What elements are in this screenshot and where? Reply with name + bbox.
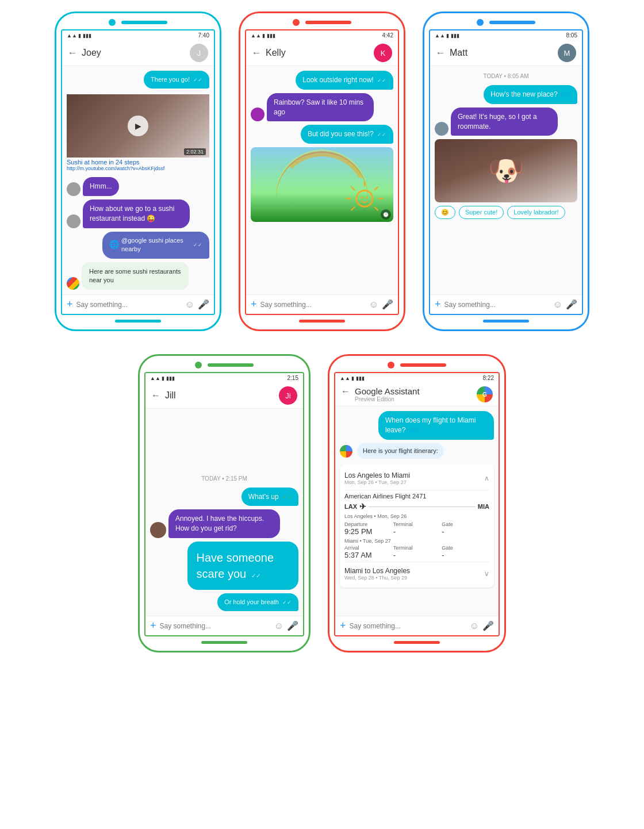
mic-icon-kelly[interactable]: 🎤	[382, 299, 393, 310]
message-input-ga[interactable]	[350, 622, 466, 630]
back-button-jill[interactable]: ←	[151, 390, 160, 401]
route2-title-ga: Miami to Los Angeles	[344, 567, 410, 575]
input-bar-ga[interactable]: + ☺ 🎤	[335, 616, 499, 635]
status-icons-kelly: ▲▲ ▮ ▮▮▮	[251, 33, 275, 39]
msg-1-ga: When does my flight to Miami leave? ✓✓	[340, 411, 494, 440]
mic-icon-joey[interactable]: 🎤	[198, 299, 209, 310]
chip-cute-matt[interactable]: Super cute!	[459, 206, 504, 219]
input-bar-joey[interactable]: + ☺ 🎤	[62, 294, 214, 314]
back-button-kelly[interactable]: ←	[252, 48, 261, 58]
dep-time-ga: 9:25 PM	[344, 527, 392, 536]
emoji-icon-kelly[interactable]: ☺	[369, 300, 378, 310]
header-jill[interactable]: ← Jill Ji	[145, 383, 303, 409]
emoji-icon-matt[interactable]: ☺	[553, 300, 562, 310]
plus-icon-ga[interactable]: +	[340, 620, 346, 632]
msg-1-joey: There you go! ✓✓	[67, 71, 209, 89]
chat-area-ga: When does my flight to Miami leave? ✓✓ H…	[335, 406, 499, 616]
header-joey[interactable]: ← Joey J	[62, 40, 214, 66]
arr-terminal-val-ga: -	[393, 551, 441, 559]
bubble-rcv-1-kelly: Rainbow? Saw it like 10 mins ago	[267, 93, 374, 122]
route2-dates-ga: Wed, Sep 28 • Thu, Sep 29	[344, 575, 410, 581]
phone-row-1: ▲▲ ▮ ▮▮▮ 7:40 ← Joey J There you go! ✓✓ …	[55, 11, 589, 331]
phone-dot-ga	[388, 362, 394, 369]
chip-emoji-matt[interactable]: 😊	[435, 206, 455, 219]
sun-doodle-kelly	[344, 176, 385, 216]
ga-logo: G	[477, 386, 493, 402]
input-bar-matt[interactable]: + ☺ 🎤	[430, 294, 582, 314]
message-input-matt[interactable]	[444, 301, 550, 309]
bubble-sent-2-kelly: But did you see this!? ✓✓	[301, 125, 393, 144]
phone-dot-kelly	[293, 19, 300, 26]
home-bar-joey	[115, 320, 161, 323]
svg-line-6	[375, 207, 378, 210]
screen-matt: ▲▲ ▮ ▮▮▮ 8:05 ← Matt M TODAY • 8:05 AM H…	[429, 29, 583, 315]
home-bar-ga	[394, 641, 440, 644]
status-icons-joey: ▲▲ ▮ ▮▮▮	[67, 33, 91, 39]
bubble-sent-1-kelly: Look outside right now! ✓✓	[296, 71, 393, 90]
flight-line-ga	[369, 506, 476, 507]
svg-line-2	[375, 187, 378, 190]
back-button-ga[interactable]: ←	[341, 386, 350, 397]
chips-row-matt: 😊 Super cute! Lovely labrador!	[435, 206, 577, 219]
message-input-joey[interactable]	[76, 301, 182, 309]
chip-labrador-matt[interactable]: Lovely labrador!	[507, 206, 565, 219]
mic-icon-ga[interactable]: 🎤	[482, 620, 494, 631]
phone-top-kelly	[240, 13, 404, 29]
video-thumb-joey[interactable]: ▶ 2:02:31	[67, 94, 209, 158]
msg-2-jill: Annoyed. I have the hiccups. How do you …	[150, 509, 298, 538]
expand-icon-ga-1[interactable]: ∧	[484, 474, 489, 482]
input-bar-jill[interactable]: + ☺ 🎤	[145, 616, 303, 635]
check-joey-1: ✓✓	[193, 77, 202, 83]
chat-area-joey: There you go! ✓✓ ▶ 2:02:31 Sushi at home…	[62, 66, 214, 294]
header-kelly[interactable]: ← Kelly K	[246, 40, 398, 66]
departure-grid-ga: Departure 9:25 PM Terminal - Gate -	[344, 521, 489, 536]
emoji-icon-joey[interactable]: ☺	[185, 300, 194, 310]
screen-joey: ▲▲ ▮ ▮▮▮ 7:40 ← Joey J There you go! ✓✓ …	[61, 29, 215, 315]
plus-icon-kelly[interactable]: +	[251, 298, 257, 310]
phone-top-jill	[140, 356, 309, 372]
emoji-icon-jill[interactable]: ☺	[274, 621, 283, 631]
mic-icon-matt[interactable]: 🎤	[566, 299, 577, 310]
puppy-image-matt[interactable]: 🐶	[435, 139, 577, 202]
image-timestamp-kelly: 🕐	[381, 209, 391, 220]
msg-2-ga: Here is your flight itinerary:	[340, 443, 494, 459]
msg-2-kelly: Rainbow? Saw it like 10 mins ago	[251, 93, 393, 122]
header-ga[interactable]: ← Google Assistant Preview Edition G	[335, 383, 499, 406]
plus-icon-joey[interactable]: +	[67, 298, 73, 310]
video-url-joey[interactable]: http://m.youtube.com/watch?v=AbsKFjdssf	[67, 166, 209, 171]
avatar-joey: J	[190, 44, 208, 62]
plane-icon-ga: ✈	[359, 502, 366, 511]
msg-4-joey: How about we go to a sushi restaurant in…	[67, 199, 209, 228]
bubble-rcv-1-matt: Great! It's huge, so I got a roommate.	[451, 108, 558, 136]
mic-icon-jill[interactable]: 🎤	[287, 620, 298, 631]
bubble-flight-query-ga: When does my flight to Miami leave? ✓✓	[378, 411, 494, 440]
city-date-1-ga: Los Angeles • Mon, Sep 26	[344, 513, 489, 519]
bubble-sent-1-joey: There you go! ✓✓	[144, 71, 209, 89]
msg-5-joey: 🌐 @google sushi places nearby ✓✓	[67, 232, 209, 259]
plus-icon-matt[interactable]: +	[435, 298, 441, 310]
play-button-joey[interactable]: ▶	[128, 116, 148, 136]
plus-icon-jill[interactable]: +	[150, 620, 156, 632]
video-container-joey[interactable]: ▶ 2:02:31 Sushi at home in 24 steps http…	[67, 94, 209, 171]
emoji-icon-ga[interactable]: ☺	[470, 621, 479, 631]
status-bar-kelly: ▲▲ ▮ ▮▮▮ 4:42	[246, 30, 398, 40]
ga-avatar-small	[340, 445, 352, 458]
phone-bar-joey	[121, 21, 167, 24]
bubble-whatsup-jill: What's up ✓✓	[241, 488, 298, 506]
message-input-kelly[interactable]	[260, 301, 366, 309]
phone-google-assistant: ▲▲ ▮ ▮▮▮ 8:22 ← Google Assistant Preview…	[328, 354, 506, 653]
time-jill: 2:15	[288, 375, 298, 381]
video-title-joey: Sushi at home in 24 steps	[67, 159, 209, 166]
expand-icon-ga-2[interactable]: ∨	[484, 570, 489, 578]
time-ga: 8:22	[483, 375, 494, 381]
screen-jill: ▲▲ ▮ ▮▮▮ 2:15 ← Jill Ji TODAY • 2:15 PM …	[144, 372, 304, 636]
back-button-matt[interactable]: ←	[436, 48, 445, 58]
time-kelly: 4:42	[382, 32, 393, 39]
rainbow-image-kelly[interactable]: 🕐	[251, 147, 393, 222]
back-button-joey[interactable]: ←	[68, 48, 77, 58]
message-input-jill[interactable]	[160, 622, 271, 630]
divider-1-ga	[344, 490, 489, 490]
msg-1-kelly: Look outside right now! ✓✓	[251, 71, 393, 90]
input-bar-kelly[interactable]: + ☺ 🎤	[246, 294, 398, 314]
header-matt[interactable]: ← Matt M	[430, 40, 582, 66]
